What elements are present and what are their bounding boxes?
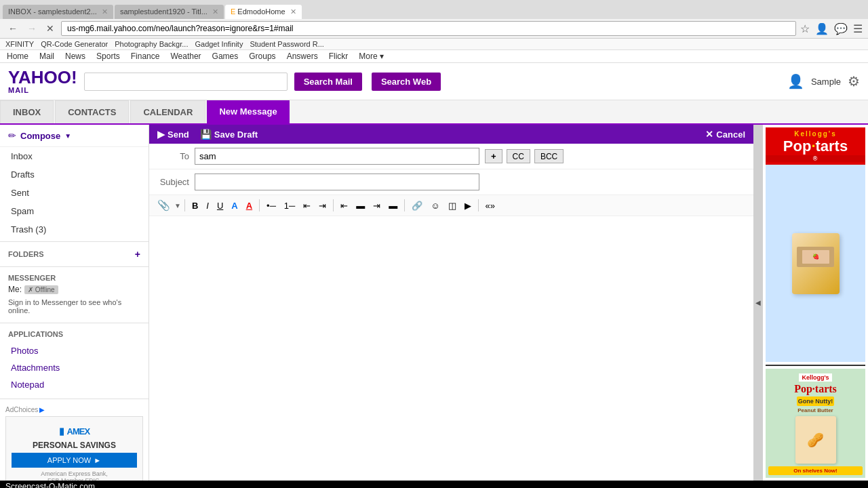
compose-button[interactable]: ✏ Compose ▼ xyxy=(0,125,149,147)
sidebar-item-photos[interactable]: Photos xyxy=(0,342,149,359)
bookmark-student-password[interactable]: Student Password R... xyxy=(250,40,323,48)
ad-fine-print-2: FSB Member FDIC. xyxy=(12,477,137,481)
sidebar-item-attachments[interactable]: Attachments xyxy=(0,359,149,376)
message-body[interactable] xyxy=(149,216,753,481)
yahoo-nav-groups[interactable]: Groups xyxy=(249,52,275,61)
cc-button[interactable]: CC xyxy=(507,149,530,163)
bookmark-star-icon[interactable]: ☆ xyxy=(800,22,810,35)
send-icon: ▶ xyxy=(157,129,165,140)
nav-back-btn[interactable]: ← xyxy=(5,22,20,35)
sidebar-item-trash[interactable]: Trash (3) xyxy=(0,220,149,239)
folders-section-header: FOLDERS + xyxy=(0,245,149,264)
yahoo-nav-news[interactable]: News xyxy=(65,52,85,61)
cancel-icon: ✕ xyxy=(705,129,713,140)
format-align-left-button[interactable]: ⇤ xyxy=(337,199,351,212)
search-web-button[interactable]: Search Web xyxy=(372,73,441,91)
format-more-button[interactable]: ▶ xyxy=(461,199,475,212)
bcc-button[interactable]: BCC xyxy=(534,149,564,163)
attach-button[interactable]: 📎 xyxy=(155,198,173,213)
sidebar: ✏ Compose ▼ Inbox Drafts Sent Spam Trash… xyxy=(0,125,149,481)
format-indent-button[interactable]: ⇥ xyxy=(315,199,330,212)
format-html-button[interactable]: «» xyxy=(482,199,498,212)
chrome-menu-icon[interactable]: ☰ xyxy=(853,22,863,35)
yahoo-nav-weather[interactable]: Weather xyxy=(170,52,201,61)
to-input[interactable] xyxy=(195,148,479,165)
yahoo-nav-mail[interactable]: Mail xyxy=(39,52,54,61)
bookmark-photography[interactable]: Photography Backgr... xyxy=(115,40,188,48)
nav-forward-btn[interactable]: → xyxy=(24,22,39,35)
to-field-row: To + CC BCC xyxy=(149,144,753,169)
applications-section-header: APPLICATIONS xyxy=(0,326,149,342)
format-highlight-button[interactable]: A xyxy=(243,199,256,212)
format-align-justify-button[interactable]: ▬ xyxy=(385,199,401,212)
format-table-button[interactable]: ◫ xyxy=(445,199,460,212)
poptarts-pastry-graphic: 🍓 xyxy=(792,233,840,294)
yahoo-nav-finance[interactable]: Finance xyxy=(131,52,160,61)
offline-status-badge[interactable]: ✗ Offline xyxy=(24,285,58,294)
tab-new-message[interactable]: New Message xyxy=(207,100,289,123)
yahoo-nav-answers[interactable]: Answers xyxy=(287,52,318,61)
format-emoji-button[interactable]: ☺ xyxy=(427,199,443,212)
sidebar-item-notepad[interactable]: Notepad xyxy=(0,376,149,393)
format-bold-button[interactable]: B xyxy=(189,199,201,212)
nav-reload-btn[interactable]: ✕ xyxy=(43,22,57,35)
browser-tab-3[interactable]: EEdmodoHome ✕ xyxy=(225,5,302,19)
search-input[interactable] xyxy=(84,73,288,91)
tab-contacts[interactable]: CONTACTS xyxy=(55,100,129,123)
bookmark-xfinity[interactable]: XFINITY xyxy=(5,40,34,48)
compose-pencil-icon: ✏ xyxy=(8,130,16,141)
messenger-section: MESSENGER Me: ✗ Offline Sign in to Messe… xyxy=(0,270,149,320)
format-outdent-button[interactable]: ⇤ xyxy=(300,199,314,212)
sidebar-ad: AdChoices ▶ ▮ AMEX PERSONAL SAVINGS APPL… xyxy=(0,402,149,481)
bookmark-gadget[interactable]: Gadget Infinity xyxy=(195,40,243,48)
format-underline-button[interactable]: U xyxy=(214,199,226,212)
save-draft-icon: 💾 xyxy=(200,129,212,140)
user-name-label: Sample xyxy=(811,77,841,87)
add-recipient-button[interactable]: + xyxy=(485,149,502,163)
ad-choices-label: AdChoices ▶ xyxy=(5,406,143,413)
ad-apply-button[interactable]: APPLY NOW ► xyxy=(12,453,137,468)
format-link-button[interactable]: 🔗 xyxy=(408,199,426,212)
tab-inbox[interactable]: INBOX xyxy=(0,100,54,123)
bookmark-qr[interactable]: QR-Code Generator xyxy=(41,40,108,48)
compose-area: ▶ Send 💾 Save Draft ✕ Cancel To + CC BCC xyxy=(149,125,753,481)
tab-calendar[interactable]: CALENDAR xyxy=(130,100,205,123)
format-font-color-button[interactable]: A xyxy=(228,199,241,212)
ad-brand-logo: ▮ AMEX xyxy=(12,422,137,438)
sidebar-item-sent[interactable]: Sent xyxy=(0,184,149,202)
yahoo-nav-games[interactable]: Games xyxy=(212,52,239,61)
yahoo-nav-home[interactable]: Home xyxy=(7,52,28,61)
compose-action-toolbar: ▶ Send 💾 Save Draft ✕ Cancel xyxy=(149,125,753,144)
format-align-center-button[interactable]: ▬ xyxy=(353,199,368,212)
yahoo-nav-more[interactable]: More ▾ xyxy=(359,52,384,61)
user-account-icon[interactable]: 👤 xyxy=(815,22,829,35)
browser-tab-1[interactable]: INBOX - samplestudent2... ✕ xyxy=(3,5,113,19)
attach-dropdown-icon[interactable]: ▼ xyxy=(174,202,181,209)
yahoo-nav-flickr[interactable]: Flickr xyxy=(329,52,349,61)
save-draft-button[interactable]: 💾 Save Draft xyxy=(200,129,258,140)
notifications-icon[interactable]: 💬 xyxy=(834,22,848,35)
ad-title: PERSONAL SAVINGS xyxy=(12,441,137,450)
compose-dropdown-icon[interactable]: ▼ xyxy=(64,132,71,140)
format-ol-button[interactable]: 1─ xyxy=(281,199,298,212)
add-folder-icon[interactable]: + xyxy=(135,249,140,260)
search-mail-button[interactable]: Search Mail xyxy=(294,73,362,91)
yahoo-logo-text: YAHOO! xyxy=(8,68,77,86)
sidebar-item-spam[interactable]: Spam xyxy=(0,202,149,220)
messenger-me-row: Me: ✗ Offline xyxy=(8,282,140,297)
browser-tab-2[interactable]: samplestudent1920 - Titl... ✕ xyxy=(115,5,224,19)
format-italic-button[interactable]: I xyxy=(203,199,212,212)
format-align-right-button[interactable]: ⇥ xyxy=(370,199,384,212)
subject-input[interactable] xyxy=(195,174,479,190)
subject-field-row: Subject xyxy=(149,169,753,195)
format-ul-button[interactable]: •─ xyxy=(263,199,279,212)
panel-toggle[interactable]: ◀ xyxy=(753,125,763,481)
sidebar-item-inbox[interactable]: Inbox xyxy=(0,147,149,165)
yahoo-nav-sports[interactable]: Sports xyxy=(96,52,120,61)
to-label: To xyxy=(157,151,195,161)
address-bar[interactable] xyxy=(61,21,796,36)
sidebar-item-drafts[interactable]: Drafts xyxy=(0,165,149,184)
cancel-button[interactable]: ✕ Cancel xyxy=(705,129,745,140)
settings-gear-icon[interactable]: ⚙ xyxy=(848,73,860,89)
send-button[interactable]: ▶ Send xyxy=(157,129,189,140)
